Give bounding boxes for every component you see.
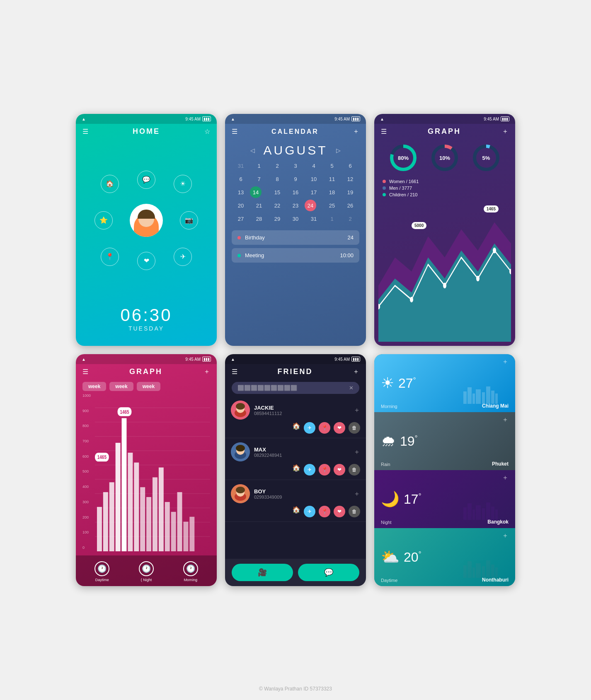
add-icon-gp[interactable]: ＋ (502, 127, 509, 136)
menu-icon-friend[interactable]: ☰ (232, 368, 237, 376)
next-month-btn[interactable]: ▷ (336, 147, 341, 154)
week-tab-2[interactable]: week (109, 382, 133, 391)
orbit-icon-home[interactable]: 🏠 (101, 175, 119, 193)
contact-add-jackie[interactable]: ＋ (354, 406, 360, 415)
cal-day[interactable]: 2 (341, 213, 359, 224)
cal-day[interactable]: 30 (286, 213, 305, 224)
menu-icon-gp[interactable]: ☰ (381, 128, 387, 135)
battery-home: 9:45 AM (185, 117, 201, 121)
star-icon-home[interactable]: ☆ (204, 128, 210, 135)
orbit-icon-chat[interactable]: 💬 (137, 171, 155, 189)
weather-plus-morning[interactable]: ＋ (502, 357, 509, 366)
cal-event-birthday[interactable]: Birthday 24 (232, 230, 359, 245)
orbit-icon-star[interactable]: ⭐ (94, 211, 113, 229)
chat-btn[interactable]: 💬 (298, 564, 359, 581)
prev-month-btn[interactable]: ◁ (250, 147, 255, 154)
home-icon-max: 🏠 (292, 464, 300, 476)
action-heart-boy[interactable]: ❤ (334, 506, 345, 517)
action-pin-jackie[interactable]: 📍 (319, 422, 330, 434)
cal-day[interactable]: 26 (341, 200, 359, 211)
action-nav-jackie[interactable]: ✈ (304, 422, 315, 434)
svg-rect-63 (491, 391, 494, 404)
cal-day[interactable]: 6 (232, 173, 250, 185)
cal-day[interactable]: 29 (268, 213, 286, 224)
week-tab-3[interactable]: week (137, 382, 160, 391)
cal-day[interactable]: 19 (341, 186, 359, 198)
weather-city-rain: Phuket (492, 461, 509, 467)
cal-day[interactable]: 5 (323, 160, 341, 171)
cal-today[interactable]: 14 (250, 186, 262, 198)
cal-day[interactable]: 13 (232, 186, 250, 198)
menu-icon-home[interactable]: ☰ (82, 128, 88, 135)
cal-day[interactable]: 21 (250, 200, 268, 211)
orbit-icon-map[interactable]: 📍 (101, 248, 119, 266)
action-delete-jackie[interactable]: 🗑 (349, 422, 360, 434)
contact-add-max[interactable]: ＋ (354, 448, 360, 456)
cal-day[interactable]: 27 (232, 213, 250, 224)
week-tab-1[interactable]: week (82, 382, 106, 391)
cal-day[interactable]: 2 (268, 160, 286, 171)
svg-rect-68 (476, 505, 481, 520)
cal-day[interactable]: 11 (323, 173, 341, 185)
orbit-icon-send[interactable]: ✈ (174, 248, 192, 266)
video-btn[interactable]: 🎥 (232, 564, 293, 581)
search-clear-icon[interactable]: ✕ (349, 385, 354, 391)
action-pin-max[interactable]: 📍 (319, 464, 330, 476)
wifi-icon-gp2: ▲ (82, 357, 86, 362)
menu-icon-gp2[interactable]: ☰ (82, 368, 88, 376)
menu-icon-cal[interactable]: ☰ (232, 128, 237, 135)
time-gp2: 9:45 AM (185, 357, 201, 362)
contact-actions-boy: 🏠 ✈ 📍 ❤ 🗑 (231, 506, 360, 517)
cal-day[interactable]: 3 (286, 160, 305, 171)
cal-day[interactable]: 12 (341, 173, 359, 185)
event-value-birthday: 24 (348, 234, 354, 241)
action-heart-jackie[interactable]: ❤ (334, 422, 345, 434)
svg-rect-32 (140, 487, 145, 551)
cal-day[interactable]: 8 (268, 173, 286, 185)
add-icon-gp2[interactable]: ＋ (203, 367, 210, 376)
cal-day[interactable]: 1 (250, 160, 268, 171)
cal-day[interactable]: 23 (286, 200, 305, 211)
contact-jackie: JACKIE 08594411112 ＋ 🏠 ✈ 📍 ❤ 🗑 (225, 396, 366, 438)
orbit-icon-heart[interactable]: ❤ (137, 252, 155, 270)
phone-grid: ▲ 9:45 AM ▮▮▮ ☰ HOME ☆ 💬 ☀ 📷 ✈ ❤ 📍 ⭐ 🏠 (76, 114, 515, 586)
orbit-icon-camera[interactable]: 📷 (180, 211, 198, 229)
svg-rect-72 (495, 509, 498, 520)
cal-day[interactable]: 4 (305, 160, 323, 171)
action-nav-boy[interactable]: ✈ (304, 506, 315, 517)
cal-day[interactable]: 28 (250, 213, 268, 224)
weather-plus-daytime[interactable]: ＋ (502, 531, 509, 540)
cal-day[interactable]: 22 (268, 200, 286, 211)
action-delete-max[interactable]: 🗑 (349, 464, 360, 476)
add-icon-friend[interactable]: ＋ (353, 367, 359, 376)
cal-day[interactable]: 17 (305, 186, 323, 198)
orbit-icon-sun[interactable]: ☀ (174, 175, 192, 193)
cal-day[interactable]: 31 (232, 160, 250, 171)
cal-day[interactable]: 31 (305, 213, 323, 224)
friend-search[interactable]: ⬜⬜⬜⬜⬜⬜⬜⬜⬜ ✕ (232, 382, 359, 394)
add-icon-cal[interactable]: ＋ (353, 127, 359, 136)
legend-item-women: Women / 1661 (383, 179, 507, 184)
cal-day[interactable]: 18 (323, 186, 341, 198)
cal-day[interactable]: 7 (250, 173, 268, 185)
svg-point-12 (476, 276, 480, 282)
weather-plus-rain[interactable]: ＋ (502, 415, 509, 424)
action-heart-max[interactable]: ❤ (334, 464, 345, 476)
phone-graph-purple: ▲ 9:45 AM ▮▮▮ ☰ GRAPH ＋ 80% (374, 114, 515, 346)
cal-day[interactable]: 6 (341, 160, 359, 171)
action-nav-max[interactable]: ✈ (304, 464, 315, 476)
cal-event-meeting[interactable]: Meeting 10:00 (232, 248, 359, 263)
cal-day[interactable]: 25 (323, 200, 341, 211)
cal-day[interactable]: 1 (323, 213, 341, 224)
cal-day[interactable]: 10 (305, 173, 323, 185)
weather-plus-night[interactable]: ＋ (502, 473, 509, 482)
cal-day[interactable]: 16 (286, 186, 305, 198)
action-pin-boy[interactable]: 📍 (319, 506, 330, 517)
cal-highlighted[interactable]: 24 (305, 200, 316, 211)
battery-friend: ▮▮▮ (351, 357, 360, 362)
contact-add-boy[interactable]: ＋ (354, 490, 360, 498)
cal-day[interactable]: 20 (232, 200, 250, 211)
cal-day[interactable]: 9 (286, 173, 305, 185)
cal-day[interactable]: 15 (268, 186, 286, 198)
action-delete-boy[interactable]: 🗑 (349, 506, 360, 517)
